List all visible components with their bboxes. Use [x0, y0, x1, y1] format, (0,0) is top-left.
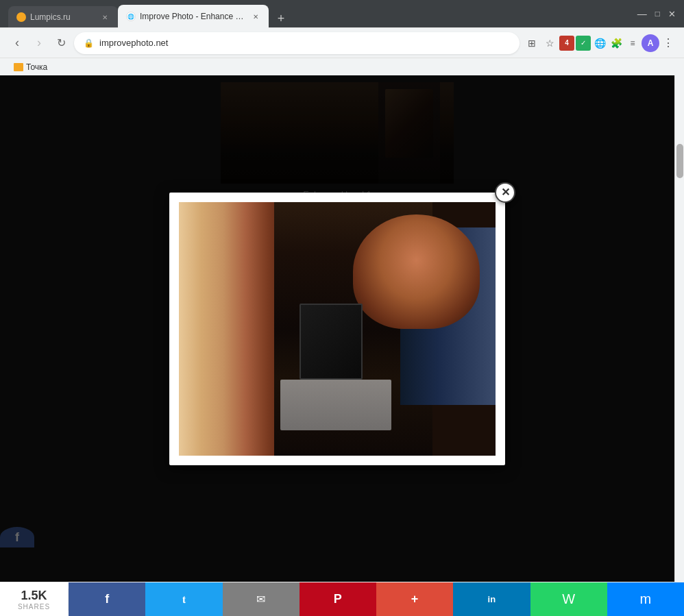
chrome-menu-icon[interactable]: ⋮	[661, 36, 676, 51]
bookmark-folder-icon	[14, 63, 23, 71]
tab-lumpics-label: Lumpics.ru	[30, 12, 96, 22]
ext-other-icon[interactable]: ≡	[625, 36, 640, 51]
share-count-label: SHARES	[18, 603, 50, 611]
profile-avatar[interactable]: A	[642, 34, 659, 52]
close-button[interactable]: ✕	[668, 9, 676, 19]
tab-improve[interactable]: 🌐 Improve Photo - Enhance Picture ✕	[118, 5, 269, 28]
share-count-number: 1.5K	[21, 589, 47, 603]
address-bar: ‹ › ↻ 🔒 improvephoto.net ⊞ ☆ 4 ✓ 🌐 🧩 ≡ A…	[0, 27, 684, 58]
bookmark-star-icon[interactable]: ☆	[541, 35, 558, 51]
share-count: 1.5K SHARES	[0, 589, 69, 611]
new-tab-button[interactable]: +	[271, 9, 291, 28]
modal-box: ✕	[169, 193, 505, 465]
url-text: improvephoto.net	[99, 38, 510, 48]
share-button-messenger[interactable]: m	[607, 582, 684, 617]
modal-close-button[interactable]: ✕	[495, 182, 515, 203]
tab-improve-label: Improve Photo - Enhance Picture	[140, 12, 247, 21]
modal-overlay[interactable]: ✕	[0, 75, 674, 582]
ext-icon-2[interactable]: ✓	[576, 36, 591, 51]
forward-button[interactable]: ›	[30, 34, 48, 52]
translate-icon[interactable]: ⊞	[524, 35, 540, 51]
lumpics-favicon	[16, 12, 26, 22]
ext-puzzle-icon[interactable]: 🧩	[609, 36, 624, 51]
share-button-email[interactable]: ✉	[223, 582, 300, 617]
browser-window: Lumpics.ru ✕ 🌐 Improve Photo - Enhance P…	[0, 0, 684, 616]
maximize-button[interactable]: □	[655, 9, 660, 19]
improve-favicon: 🌐	[126, 12, 136, 21]
modal-photo	[179, 202, 496, 456]
reload-button[interactable]: ↻	[52, 34, 70, 52]
share-button-facebook[interactable]: f	[69, 582, 145, 617]
share-bar: 1.5K SHARES f 𝐭 ✉ P + in W m	[0, 582, 684, 616]
tab-improve-close[interactable]: ✕	[251, 12, 260, 21]
tab-lumpics-close[interactable]: ✕	[100, 12, 110, 22]
tabs-container: Lumpics.ru ✕ 🌐 Improve Photo - Enhance P…	[8, 5, 637, 28]
ext-icon-1[interactable]: 4	[559, 36, 574, 51]
share-button-pinterest[interactable]: P	[300, 582, 376, 617]
lock-icon: 🔒	[84, 38, 94, 48]
share-button-more[interactable]: +	[376, 582, 453, 617]
share-button-twitter[interactable]: 𝐭	[145, 582, 222, 617]
scrollbar[interactable]	[674, 75, 684, 582]
share-button-whatsapp[interactable]: W	[530, 582, 607, 617]
tab-lumpics[interactable]: Lumpics.ru ✕	[8, 6, 118, 28]
minimize-button[interactable]: —	[637, 8, 647, 19]
window-controls: — □ ✕	[637, 8, 676, 25]
share-button-linkedin[interactable]: in	[453, 582, 530, 617]
ext-globe-icon[interactable]: 🌐	[592, 36, 607, 51]
url-field[interactable]: 🔒 improvephoto.net	[74, 32, 520, 54]
bookmark-item-tochka[interactable]: Точка	[8, 61, 53, 73]
address-bar-actions: ⊞ ☆ 4 ✓ 🌐 🧩 ≡ A ⋮	[524, 34, 676, 52]
bookmarks-bar: Точка	[0, 58, 684, 75]
bookmark-label: Точка	[26, 62, 47, 72]
back-button[interactable]: ‹	[8, 34, 26, 52]
page-content: Enhanced level 1 ✕	[0, 75, 684, 582]
scrollbar-thumb[interactable]	[676, 144, 683, 178]
title-bar: Lumpics.ru ✕ 🌐 Improve Photo - Enhance P…	[0, 0, 684, 27]
